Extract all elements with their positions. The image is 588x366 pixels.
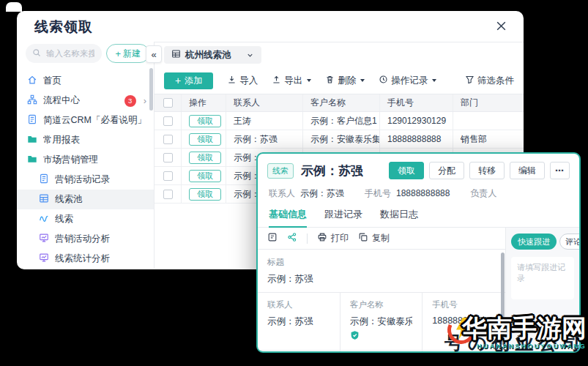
- header-phone: 手机号: [380, 94, 453, 111]
- edit-button[interactable]: 编辑: [510, 162, 545, 179]
- tab-data-log[interactable]: 数据日志: [380, 208, 418, 227]
- assign-button[interactable]: 分配: [429, 162, 464, 179]
- claim-button[interactable]: 领取: [189, 133, 221, 146]
- row-checkbox[interactable]: [163, 116, 173, 126]
- search-input[interactable]: [26, 44, 102, 63]
- print-button[interactable]: 打印: [317, 232, 349, 244]
- sidebar-item-common-reports[interactable]: 常用报表: [17, 130, 154, 150]
- notification-badge: 3: [124, 95, 136, 107]
- verified-shield-icon: [350, 330, 360, 343]
- detail-actions: 领取 分配 转移 编辑 ⋯: [389, 162, 570, 179]
- tab-basic-info[interactable]: 基础信息: [269, 208, 307, 228]
- follow-actions: 快速跟进 评论: [511, 234, 574, 250]
- detail-meta: 联系人示例：苏强 手机号18888888888 负责人: [258, 179, 579, 200]
- tab-follow-records[interactable]: 跟进记录: [324, 208, 362, 227]
- table-toolbar: + 添加 导入 导出 删除: [155, 67, 524, 94]
- pool-bar: 杭州线索池: [155, 42, 524, 67]
- note-button[interactable]: [267, 232, 278, 244]
- caret-down-icon: [307, 79, 311, 82]
- contact-cell: 示例：苏强: [226, 130, 303, 148]
- plus-icon: +: [175, 75, 181, 86]
- row-checkbox[interactable]: [163, 190, 173, 199]
- sidebar-item-lead-pool[interactable]: 线索池: [17, 190, 154, 209]
- transfer-button[interactable]: 转移: [469, 162, 505, 179]
- dept-cell: 销售部: [453, 130, 524, 148]
- lead-type-badge: 线索: [267, 163, 294, 179]
- grid-icon: [171, 49, 181, 61]
- sidebar-item-crm-readme[interactable]: 简道云CRM「必看说明」: [17, 111, 154, 130]
- search-field[interactable]: [45, 48, 96, 59]
- home-icon: [27, 75, 37, 87]
- detail-title: 示例：苏强: [301, 163, 363, 179]
- sidebar-item-leads[interactable]: 线索: [17, 209, 154, 229]
- sidebar-scrollbar[interactable]: [149, 68, 153, 111]
- pool-selector[interactable]: 杭州线索池: [164, 46, 261, 64]
- follow-input[interactable]: 请填写跟进记录: [511, 257, 574, 299]
- sidebar-item-process-center[interactable]: 流程中心 3 ›: [17, 91, 154, 111]
- sidebar-item-marketing-analysis[interactable]: 营销活动分析: [17, 229, 154, 249]
- document-icon: [27, 114, 37, 127]
- customer-cell: 示例：客户信息1: [303, 112, 380, 130]
- folder-icon: [27, 154, 37, 166]
- quick-follow-button[interactable]: 快速跟进: [511, 234, 557, 250]
- document-icon: [39, 173, 49, 186]
- table-header-row: 操作 联系人 客户名称 手机号 部门: [155, 94, 524, 112]
- flow-icon: [27, 94, 37, 107]
- detail-header: 线索 示例：苏强 领取 分配 转移 编辑 ⋯: [258, 154, 579, 179]
- close-button[interactable]: [495, 20, 507, 34]
- claim-button[interactable]: 领取: [389, 162, 424, 179]
- export-icon: [272, 75, 281, 86]
- header-dept: 部门: [453, 94, 524, 111]
- comment-button[interactable]: 评论: [559, 234, 581, 250]
- field-dept: 部门 销售部: [258, 351, 340, 351]
- sidebar-item-lead-stats[interactable]: 线索统计分析: [17, 249, 154, 269]
- close-icon: [495, 20, 507, 34]
- share-icon: [287, 232, 297, 244]
- note-icon: [267, 232, 278, 244]
- copy-button[interactable]: 复制: [358, 232, 390, 244]
- detail-tabs: 基础信息 跟进记录 数据日志: [258, 200, 579, 228]
- field-title: 标题 示例：苏强: [258, 250, 505, 292]
- operation-log-button[interactable]: 操作记录: [379, 75, 436, 87]
- claim-button[interactable]: 领取: [189, 188, 221, 201]
- add-button[interactable]: + 添加: [164, 72, 213, 89]
- table-row: 领取 示例：苏强 示例：安徽泰乐集团 18888888888 销售部: [155, 130, 524, 149]
- share-button[interactable]: [287, 232, 297, 244]
- claim-button[interactable]: 领取: [189, 152, 221, 164]
- row-checkbox[interactable]: [163, 171, 173, 181]
- divider: [307, 234, 308, 244]
- header-contact: 联系人: [226, 94, 303, 111]
- chevron-down-icon: [246, 51, 254, 59]
- clock-icon: [379, 75, 388, 86]
- field-contact: 联系人 示例：苏强: [258, 293, 340, 351]
- chevron-right-icon[interactable]: ›: [144, 95, 146, 106]
- phone-cell: 18888888888: [380, 130, 453, 148]
- wave-icon: [39, 213, 49, 225]
- collapse-sidebar-button[interactable]: «: [146, 45, 162, 63]
- sidebar-item-marketing-records[interactable]: 营销活动记录: [17, 170, 154, 190]
- claim-button[interactable]: 领取: [189, 115, 221, 127]
- import-button[interactable]: 导入: [227, 75, 258, 87]
- row-checkbox[interactable]: [163, 135, 173, 144]
- caret-down-icon: [432, 79, 436, 82]
- sidebar-top: + 新建: [17, 42, 154, 70]
- dept-cell: [453, 112, 524, 130]
- new-button[interactable]: + 新建: [106, 44, 149, 63]
- delete-button[interactable]: 删除: [325, 75, 365, 87]
- export-button[interactable]: 导出: [272, 75, 311, 87]
- header-customer: 客户名称: [303, 94, 380, 111]
- dashboard-icon: [39, 253, 49, 265]
- table-icon: [39, 193, 49, 206]
- sidebar-item-home[interactable]: 首页: [17, 71, 154, 91]
- field-customer: 客户名称 示例：安徽泰乐集团: [340, 293, 423, 351]
- table-row: 领取 王涛 示例：客户信息1 129012930129: [155, 112, 524, 130]
- import-icon: [227, 75, 237, 86]
- sidebar-item-marketing-mgmt[interactable]: 市场营销管理: [17, 150, 154, 170]
- more-button[interactable]: ⋯: [550, 162, 570, 179]
- row-checkbox[interactable]: [163, 153, 173, 163]
- search-icon: [32, 47, 41, 60]
- select-all-checkbox[interactable]: [163, 98, 173, 108]
- claim-button[interactable]: 领取: [189, 170, 221, 182]
- filter-button[interactable]: 筛选条件: [465, 75, 514, 87]
- dashboard-icon: [39, 233, 49, 245]
